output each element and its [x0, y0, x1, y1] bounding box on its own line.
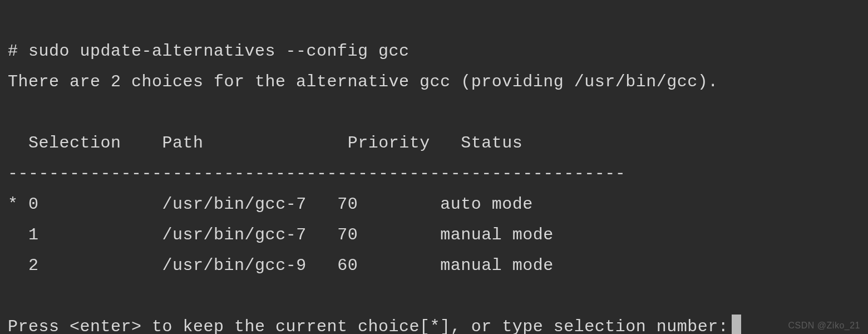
row-marker: [8, 225, 18, 244]
table-row: 2 /usr/bin/gcc-9 60 manual mode: [8, 256, 554, 275]
row-marker: [8, 256, 18, 275]
col-status: Status: [461, 134, 522, 153]
row-selection: 0: [28, 195, 39, 214]
row-status: manual mode: [440, 225, 554, 244]
row-priority: 60: [337, 256, 358, 275]
row-path: /usr/bin/gcc-7: [162, 195, 307, 214]
row-priority: 70: [337, 195, 358, 214]
header-row: Selection Path Priority Status: [8, 134, 522, 153]
row-status: auto mode: [440, 195, 533, 214]
command-line: # sudo update-alternatives --config gcc: [8, 42, 410, 61]
row-priority: 70: [337, 225, 358, 244]
terminal-output[interactable]: # sudo update-alternatives --config gcc …: [0, 0, 868, 334]
intro-line: There are 2 choices for the alternative …: [8, 72, 718, 91]
col-path: Path: [162, 134, 204, 153]
footer-prompt: Press <enter> to keep the current choice…: [8, 317, 728, 334]
table-row: * 0 /usr/bin/gcc-7 70 auto mode: [8, 195, 533, 214]
separator-line: ----------------------------------------…: [8, 164, 625, 183]
table-row: 1 /usr/bin/gcc-7 70 manual mode: [8, 225, 554, 244]
watermark: CSDN @Ziko_21: [788, 321, 860, 331]
row-selection: 2: [28, 256, 39, 275]
row-path: /usr/bin/gcc-7: [162, 225, 307, 244]
row-path: /usr/bin/gcc-9: [162, 256, 307, 275]
row-marker: *: [8, 195, 18, 214]
row-selection: 1: [28, 225, 39, 244]
col-selection: Selection: [28, 134, 121, 153]
cursor-icon: [732, 315, 741, 334]
row-status: manual mode: [440, 256, 554, 275]
col-priority: Priority: [348, 134, 430, 153]
